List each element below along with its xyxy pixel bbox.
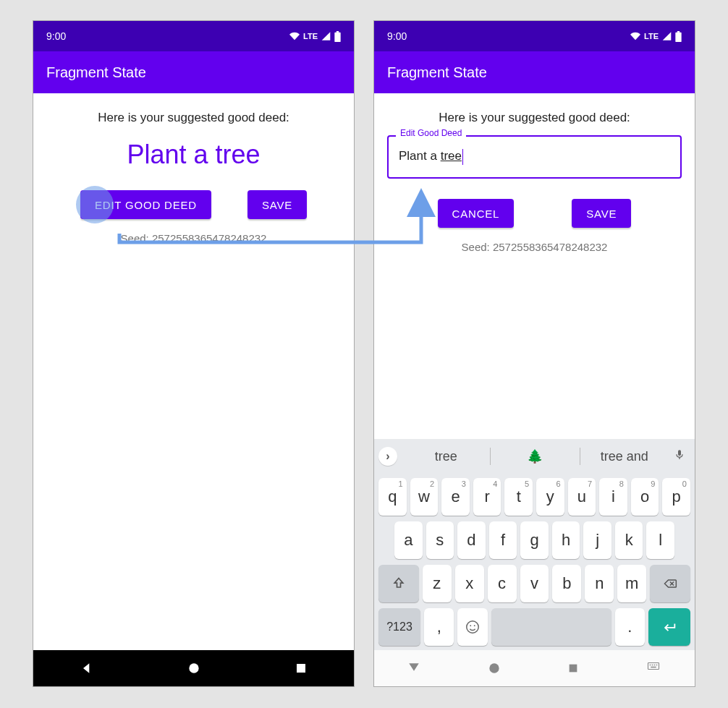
svg-rect-1 xyxy=(297,664,305,673)
keyboard-key-v[interactable]: v xyxy=(520,565,549,602)
cancel-button[interactable]: CANCEL xyxy=(438,199,515,228)
keyboard-hide-icon[interactable] xyxy=(646,662,661,675)
keyboard-key-t[interactable]: t5 xyxy=(504,478,533,516)
keyboard-key-u[interactable]: u7 xyxy=(568,478,596,516)
button-row: EDIT GOOD DEED SAVE xyxy=(80,190,307,219)
keyboard-key-f[interactable]: f xyxy=(489,521,517,559)
keyboard-key-i[interactable]: i8 xyxy=(599,478,627,516)
app-title: Fragment State xyxy=(387,64,487,81)
keyboard-backspace-key[interactable] xyxy=(650,565,690,602)
svg-point-2 xyxy=(467,621,479,634)
edit-value-underlined: tree xyxy=(441,149,462,163)
keyboard-key-q[interactable]: q1 xyxy=(378,478,407,516)
phone-left: 9:00 LTE Fragment State Here is your sug… xyxy=(33,20,355,687)
svg-point-3 xyxy=(470,625,471,626)
svg-rect-9 xyxy=(652,665,653,666)
svg-rect-10 xyxy=(654,665,656,666)
keyboard-key-a[interactable]: a xyxy=(394,521,423,559)
keyboard-key-j[interactable]: j xyxy=(583,521,611,559)
keyboard-key-z[interactable]: z xyxy=(423,565,452,602)
key-superscript: 6 xyxy=(556,479,560,488)
keyboard-key-l[interactable]: l xyxy=(646,521,674,559)
key-superscript: 1 xyxy=(399,479,403,488)
signal-icon xyxy=(321,31,331,41)
keyboard-row-2: asdfghjkl xyxy=(378,521,690,559)
keyboard-suggestion-3[interactable]: tree and xyxy=(580,449,669,464)
keyboard-enter-key[interactable] xyxy=(648,608,690,646)
edit-good-deed-button[interactable]: EDIT GOOD DEED xyxy=(80,190,211,219)
nav-home-icon[interactable] xyxy=(487,661,501,675)
app-bar: Fragment State xyxy=(374,51,695,93)
key-superscript: 8 xyxy=(619,479,624,488)
save-button[interactable]: SAVE xyxy=(572,199,631,228)
content-right: Here is your suggested good deed: Edit G… xyxy=(374,93,695,439)
nav-recent-icon[interactable] xyxy=(295,662,308,675)
keyboard-symbols-key[interactable]: ?123 xyxy=(378,608,420,646)
svg-point-5 xyxy=(489,663,499,673)
nav-bar xyxy=(374,650,695,686)
soft-keyboard: › tree 🌲 tree and q1w2e3r4t5y6u7i8o9p0 a… xyxy=(374,439,695,650)
nav-recent-icon[interactable] xyxy=(567,662,579,674)
status-icons: LTE xyxy=(630,31,682,42)
content-left: Here is your suggested good deed: Plant … xyxy=(33,93,354,650)
keyboard-key-n[interactable]: n xyxy=(585,565,614,602)
keyboard-key-x[interactable]: x xyxy=(455,565,484,602)
nav-bar xyxy=(33,650,354,686)
keyboard-key-c[interactable]: c xyxy=(488,565,517,602)
keyboard-suggestion-1[interactable]: tree xyxy=(402,449,490,464)
edit-good-deed-input[interactable]: Plant a tree xyxy=(387,135,682,179)
status-time: 9:00 xyxy=(387,30,407,42)
mic-icon[interactable] xyxy=(669,448,690,466)
keyboard-key-d[interactable]: d xyxy=(457,521,486,559)
keyboard-key-s[interactable]: s xyxy=(426,521,454,559)
keyboard-suggestion-2[interactable]: 🌲 xyxy=(491,448,579,464)
keyboard-key-p[interactable]: p0 xyxy=(662,478,690,516)
nav-back-icon[interactable] xyxy=(80,661,94,675)
keyboard-key-r[interactable]: r4 xyxy=(473,478,501,516)
keyboard-key-w[interactable]: w2 xyxy=(410,478,439,516)
keyboard-space-key[interactable] xyxy=(491,608,611,646)
app-bar: Fragment State xyxy=(33,51,354,93)
keyboard-shift-key[interactable] xyxy=(378,565,419,602)
battery-icon xyxy=(675,31,682,42)
status-icons: LTE xyxy=(289,31,341,42)
nav-back-icon[interactable] xyxy=(407,662,420,675)
save-button[interactable]: SAVE xyxy=(247,190,307,219)
deed-text: Plant a tree xyxy=(127,140,260,170)
svg-point-4 xyxy=(474,625,475,626)
keyboard-key-y[interactable]: y6 xyxy=(536,478,564,516)
network-label: LTE xyxy=(644,32,659,40)
keyboard-expand-icon[interactable]: › xyxy=(378,447,397,466)
nav-home-icon[interactable] xyxy=(187,661,201,675)
svg-point-0 xyxy=(190,663,199,673)
keyboard-key-h[interactable]: h xyxy=(552,521,580,559)
phone-right: 9:00 LTE Fragment State Here is your sug… xyxy=(373,20,695,687)
keyboard-key-b[interactable]: b xyxy=(552,565,581,602)
prompt-text: Here is your suggested good deed: xyxy=(439,111,630,125)
keyboard-rows: q1w2e3r4t5y6u7i8o9p0 asdfghjkl zxcvbnm ?… xyxy=(374,474,695,650)
keyboard-suggestion-bar: › tree 🌲 tree and xyxy=(374,439,695,474)
wifi-icon xyxy=(289,31,300,41)
keyboard-comma-key[interactable]: , xyxy=(424,608,454,646)
wifi-icon xyxy=(630,31,641,41)
key-superscript: 2 xyxy=(430,479,434,488)
keyboard-period-key[interactable]: . xyxy=(615,608,645,646)
battery-icon xyxy=(334,31,341,42)
app-title: Fragment State xyxy=(46,64,146,81)
button-row: CANCEL SAVE xyxy=(438,199,632,228)
keyboard-key-g[interactable]: g xyxy=(520,521,549,559)
keyboard-emoji-key[interactable] xyxy=(457,608,487,646)
keyboard-key-k[interactable]: k xyxy=(615,521,643,559)
keyboard-row-3: zxcvbnm xyxy=(378,565,690,602)
svg-rect-6 xyxy=(570,665,577,673)
seed-text: Seed: 2572558365478248232 xyxy=(462,241,608,253)
key-superscript: 0 xyxy=(682,479,687,488)
edit-field-label: Edit Good Deed xyxy=(396,128,466,138)
key-superscript: 9 xyxy=(651,479,655,488)
keyboard-key-m[interactable]: m xyxy=(617,565,646,602)
keyboard-key-e[interactable]: e3 xyxy=(441,478,470,516)
edit-value-prefix: Plant a xyxy=(399,149,441,163)
text-caret xyxy=(462,149,463,165)
status-bar: 9:00 LTE xyxy=(374,21,695,51)
keyboard-key-o[interactable]: o9 xyxy=(631,478,659,516)
